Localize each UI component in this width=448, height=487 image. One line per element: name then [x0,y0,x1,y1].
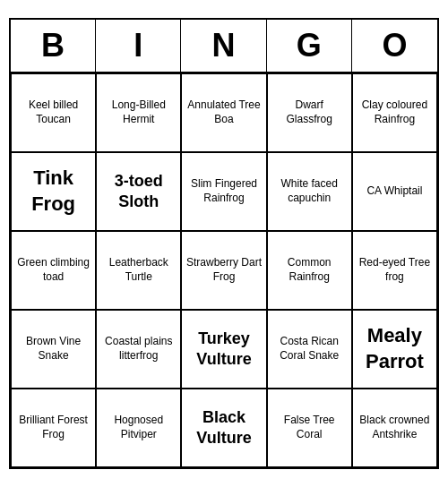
header-letter: I [96,20,181,72]
header-letter: G [267,20,352,72]
bingo-cell[interactable]: Hognosed Pitviper [96,389,181,467]
bingo-cell[interactable]: White faced capuchin [267,152,352,231]
bingo-card: BINGO Keel billed ToucanLong-Billed Herm… [9,18,439,469]
bingo-cell[interactable]: Tink Frog [11,152,96,231]
header-letter: B [11,20,96,72]
bingo-cell[interactable]: Costa Rican Coral Snake [267,310,352,389]
bingo-cell[interactable]: Mealy Parrot [352,310,437,389]
bingo-cell[interactable]: Long-Billed Hermit [96,73,181,152]
bingo-cell[interactable]: False Tree Coral [267,389,352,467]
bingo-cell[interactable]: Clay coloured Rainfrog [352,73,437,152]
bingo-cell[interactable]: Brilliant Forest Frog [11,389,96,467]
bingo-cell[interactable]: Keel billed Toucan [11,73,96,152]
bingo-cell[interactable]: Black crowned Antshrike [352,389,437,467]
bingo-cell[interactable]: Slim Fingered Rainfrog [181,152,266,231]
bingo-cell[interactable]: Black Vulture [181,389,266,467]
bingo-grid: Keel billed ToucanLong-Billed HermitAnnu… [11,73,437,467]
bingo-cell[interactable]: Brown Vine Snake [11,310,96,389]
header-letter: O [352,20,437,72]
bingo-cell[interactable]: Annulated Tree Boa [181,73,266,152]
bingo-cell[interactable]: Dwarf Glassfrog [267,73,352,152]
header-letter: N [181,20,266,72]
bingo-cell[interactable]: Coastal plains litterfrog [96,310,181,389]
bingo-cell[interactable]: Common Rainfrog [267,231,352,310]
bingo-cell[interactable]: Green climbing toad [11,231,96,310]
bingo-cell[interactable]: 3-toed Sloth [96,152,181,231]
bingo-header: BINGO [11,20,437,73]
bingo-cell[interactable]: Strawberry Dart Frog [181,231,266,310]
bingo-cell[interactable]: CA Whiptail [352,152,437,231]
bingo-cell[interactable]: Red-eyed Tree frog [352,231,437,310]
bingo-cell[interactable]: Turkey Vulture [181,310,266,389]
bingo-cell[interactable]: Leatherback Turtle [96,231,181,310]
